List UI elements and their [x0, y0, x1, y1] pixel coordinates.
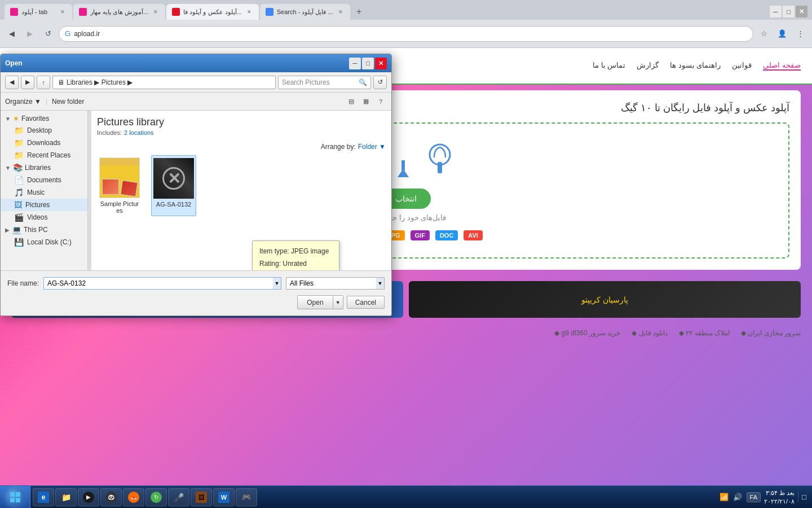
- tab1-close[interactable]: ✕: [59, 8, 67, 16]
- dialog-action-bar: Organize ▼ | New folder ▤ ▦ ?: [1, 93, 391, 111]
- dialog-back-btn[interactable]: ◀: [5, 76, 19, 89]
- firefox-icon: 🦊: [128, 492, 139, 503]
- sidebar-item-pictures[interactable]: 🖼 Pictures: [1, 199, 87, 211]
- clock-time: ۳:۵۴ بعد ظ: [764, 489, 795, 497]
- dialog-overlay: Open ─ □ ✕ ◀ ▶ ↑ 🖥 Libraries ▶ Pictures …: [0, 48, 812, 485]
- taskbar-word[interactable]: W: [213, 488, 235, 506]
- star-icon: ★: [13, 115, 19, 122]
- tab3-favicon: [172, 8, 180, 16]
- taskbar-ie[interactable]: e: [33, 488, 54, 506]
- arrange-value[interactable]: Folder ▼: [358, 143, 386, 151]
- sidebar-pc-header[interactable]: ▶ 💻 This PC: [1, 224, 87, 236]
- taskbar-explorer[interactable]: 📁: [55, 488, 77, 506]
- browser-tab-2[interactable]: آموزش های پایه مهار... ✕: [73, 4, 165, 20]
- dialog-title: Open: [5, 59, 349, 67]
- system-clock[interactable]: ۳:۵۴ بعد ظ ۲۰۲۲/۲۱/۰۸: [764, 489, 795, 505]
- address-bar[interactable]: G apload.ir: [59, 26, 753, 42]
- open-dropdown-arrow[interactable]: ▼: [333, 296, 343, 309]
- dialog-bottom-area: File name: AG-SA-0132 ▼ All Files ▼ Open…: [1, 270, 391, 316]
- libraries-icon: 📚: [13, 163, 23, 172]
- tab3-close[interactable]: ✕: [245, 8, 253, 16]
- player-icon: ▶: [83, 492, 94, 503]
- file-item-sample-pictures[interactable]: Sample Pictures: [97, 155, 142, 216]
- new-folder-btn[interactable]: New folder: [52, 98, 84, 106]
- tab4-close[interactable]: ✕: [337, 8, 345, 16]
- sidebar-item-desktop[interactable]: 📁 Desktop: [1, 124, 87, 137]
- tray-volume[interactable]: 🔊: [732, 492, 743, 502]
- browser-maximize[interactable]: □: [783, 6, 795, 17]
- system-tray: 📶 🔊 FA ۳:۵۴ بعد ظ ۲۰۲۲/۲۱/۰۸ □: [714, 489, 812, 505]
- taskbar-game[interactable]: 🎮: [236, 488, 257, 506]
- search-bar[interactable]: Search Pictures 🔍: [278, 76, 371, 89]
- dialog-forward-btn[interactable]: ▶: [21, 76, 34, 89]
- tooltip-type: Item type: JPEG image: [259, 246, 332, 258]
- sidebar-item-recent[interactable]: 📁 Recent Places: [1, 149, 87, 161]
- svg-rect-9: [10, 498, 15, 502]
- view-btn1[interactable]: ▤: [345, 95, 358, 108]
- back-button[interactable]: ◀: [5, 27, 19, 41]
- filename-input-container[interactable]: AG-SA-0132 ▼: [43, 277, 281, 290]
- sidebar-libraries-header[interactable]: ▼ 📚 Libraries: [1, 161, 87, 174]
- tab3-label: آپلود عکس و آپلود فا...: [183, 8, 241, 16]
- open-button[interactable]: Open: [298, 296, 332, 309]
- browser-tab-4[interactable]: Search - فایل آپلود ... ✕: [260, 4, 350, 20]
- taskbar-player[interactable]: ▶: [78, 488, 99, 506]
- browser-tab-1[interactable]: آپلود - tab ✕: [5, 4, 72, 20]
- breadcrumb-text: Libraries ▶ Pictures ▶: [67, 78, 133, 86]
- filetype-select-container[interactable]: All Files ▼: [286, 277, 385, 290]
- sidebar-item-documents[interactable]: 📄 Documents: [1, 174, 87, 186]
- documents-icon: 📄: [14, 176, 24, 185]
- sample-pictures-label: Sample Pictures: [99, 200, 140, 214]
- pc-label: This PC: [24, 226, 48, 234]
- filename-dropdown-btn[interactable]: ▼: [273, 278, 281, 289]
- taskbar-update[interactable]: ↻: [145, 488, 167, 506]
- organize-btn[interactable]: Organize ▼: [5, 98, 41, 106]
- help-btn[interactable]: ?: [374, 95, 387, 108]
- sidebar-item-downloads[interactable]: 📁 Downloads: [1, 137, 87, 149]
- videos-label: Videos: [27, 213, 47, 221]
- locations-link[interactable]: 2 locations: [124, 129, 154, 136]
- filetype-dropdown-btn[interactable]: ▼: [376, 278, 384, 289]
- refresh-button[interactable]: ↺: [41, 27, 55, 41]
- browser-tab-3[interactable]: آپلود عکس و آپلود فا... ✕: [166, 4, 258, 20]
- file-item-agsa0132[interactable]: ✕ AG-SA-0132: [151, 155, 196, 216]
- browser-close[interactable]: ✕: [796, 6, 807, 17]
- dialog-refresh-btn[interactable]: ↺: [373, 76, 387, 89]
- tray-network[interactable]: 📶: [718, 492, 730, 502]
- breadcrumb-bar[interactable]: 🖥 Libraries ▶ Pictures ▶: [52, 76, 276, 89]
- sidebar-item-localdisk[interactable]: 💾 Local Disk (C:): [1, 236, 87, 248]
- dialog-main-area: Pictures library Includes: 2 locations A…: [91, 111, 391, 270]
- dialog-minimize[interactable]: ─: [349, 58, 361, 69]
- cancel-button[interactable]: Cancel: [347, 296, 385, 309]
- view-btn2[interactable]: ▦: [360, 95, 372, 108]
- show-desktop-btn[interactable]: □: [798, 492, 807, 502]
- taskbar-photo[interactable]: 🖼: [191, 488, 212, 506]
- dialog-maximize[interactable]: □: [362, 58, 374, 69]
- file-tooltip: Item type: JPEG image Rating: Unrated Di…: [252, 240, 339, 270]
- taskbar-mic[interactable]: 🎤: [168, 488, 189, 506]
- dialog-close[interactable]: ✕: [375, 58, 387, 69]
- new-tab-button[interactable]: +: [351, 4, 367, 20]
- sidebar-favorites-header[interactable]: ▼ ★ Favorites: [1, 113, 87, 124]
- dialog-up-btn[interactable]: ↑: [37, 76, 50, 89]
- language-button[interactable]: FA: [747, 492, 761, 502]
- sidebar-item-videos[interactable]: 🎬 Videos: [1, 211, 87, 224]
- forward-button[interactable]: ▶: [23, 27, 37, 41]
- clock-date: ۲۰۲۲/۲۱/۰۸: [764, 497, 795, 505]
- sidebar-item-music[interactable]: 🎵 Music: [1, 186, 87, 199]
- svg-rect-7: [10, 492, 15, 497]
- browser-minimize[interactable]: ─: [770, 6, 782, 17]
- open-file-dialog: Open ─ □ ✕ ◀ ▶ ↑ 🖥 Libraries ▶ Pictures …: [0, 54, 392, 316]
- start-button[interactable]: [0, 486, 30, 509]
- tab1-label: آپلود - tab: [21, 8, 55, 16]
- person-icon[interactable]: 👤: [775, 27, 789, 41]
- menu-icon[interactable]: ⋮: [793, 27, 807, 41]
- bookmark-star[interactable]: ☆: [757, 27, 771, 41]
- tab2-label: آموزش های پایه مهار...: [90, 8, 148, 16]
- disk-icon: 💾: [14, 238, 24, 247]
- taskbar: e 📁 ▶ 🐼 🦊 ↻ 🎤 🖼 W: [0, 485, 812, 508]
- tab2-close[interactable]: ✕: [152, 8, 160, 16]
- taskbar-firefox[interactable]: 🦊: [123, 488, 144, 506]
- pc-arrow: ▶: [5, 227, 10, 233]
- taskbar-panda[interactable]: 🐼: [100, 488, 122, 506]
